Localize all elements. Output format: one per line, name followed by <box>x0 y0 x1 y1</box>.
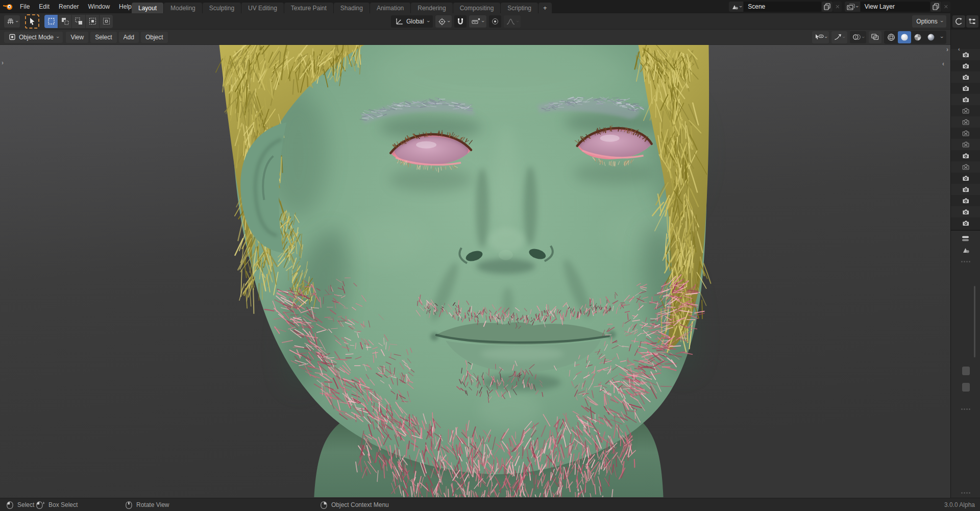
chevron-down-icon: › <box>425 20 430 22</box>
shading-material-button[interactable] <box>911 31 924 43</box>
rendered-sphere-icon <box>927 33 935 41</box>
panel-grip[interactable] <box>951 261 980 262</box>
properties-tab-icon[interactable] <box>962 367 970 375</box>
hint-rotate-view: Rotate View <box>125 498 169 511</box>
3d-viewport[interactable]: › › ‹ <box>0 45 950 498</box>
toolbar-region-toggle[interactable]: › <box>2 59 4 66</box>
snap-settings-dropdown[interactable]: › <box>469 15 486 28</box>
workspace-tab-modeling[interactable]: Modeling <box>164 3 202 13</box>
pivot-point-dropdown[interactable]: › <box>435 15 452 28</box>
camera-icon <box>962 186 970 193</box>
shading-rendered-button[interactable] <box>924 31 938 43</box>
gizmos-dropdown[interactable]: › <box>831 31 847 43</box>
render-visibility-off[interactable] <box>951 161 980 173</box>
render-visibility-off[interactable] <box>951 105 980 116</box>
render-visibility-off[interactable] <box>951 139 980 150</box>
scene-browse-button[interactable]: › <box>729 2 743 12</box>
workspace-tab-sculpting[interactable]: Sculpting <box>203 3 241 13</box>
render-visibility-on[interactable] <box>951 206 980 217</box>
remove-view-layer-button[interactable]: ✕ <box>942 2 950 12</box>
workspace-tab-animation[interactable]: Animation <box>370 3 410 13</box>
view-layer-browse-button[interactable]: › <box>845 2 860 12</box>
overlays-dropdown[interactable]: › <box>850 31 866 43</box>
active-tool-select-box-button[interactable] <box>25 14 39 29</box>
viewport-menu-add[interactable]: Add <box>119 32 139 43</box>
shading-solid-button[interactable] <box>898 31 911 43</box>
shading-options-dropdown[interactable]: › <box>938 31 946 43</box>
viewport-menu-view[interactable]: View <box>66 32 88 43</box>
scene-name-field[interactable]: Scene <box>744 2 821 12</box>
workspace-tab-layout[interactable]: Layout <box>132 3 163 13</box>
snap-toggle-button[interactable] <box>454 15 467 28</box>
workspace-tab-uv-editing[interactable]: UV Editing <box>241 3 284 13</box>
new-scene-button[interactable] <box>822 2 832 12</box>
render-visibility-off[interactable] <box>951 128 980 139</box>
topbar-right: › Scene ✕ › <box>729 0 950 13</box>
workspace-tab-texture-paint[interactable]: Texture Paint <box>284 3 333 13</box>
duplicate-icon <box>933 3 939 10</box>
viewport-menu-select[interactable]: Select <box>90 32 116 43</box>
region-corner-toggle[interactable]: › <box>946 46 948 53</box>
selectability-dropdown[interactable]: › <box>812 31 829 43</box>
xray-toggle[interactable] <box>869 31 881 43</box>
transform-orientation-dropdown[interactable]: Global › <box>391 15 433 28</box>
wireframe-sphere-icon <box>887 33 895 41</box>
mode-dropdown[interactable]: Object Mode › <box>4 32 63 43</box>
options-dropdown[interactable]: Options › <box>912 15 946 28</box>
panel-grip[interactable] <box>951 492 980 494</box>
menu-render[interactable]: Render <box>54 0 83 13</box>
blender-logo-icon[interactable] <box>0 0 15 13</box>
camera-icon <box>962 208 970 215</box>
menu-file[interactable]: File <box>15 0 34 13</box>
scene-properties-tab[interactable] <box>951 247 980 254</box>
select-mode-intersect-button[interactable] <box>100 15 113 28</box>
select-mode-subtract-button[interactable] <box>72 15 85 28</box>
render-visibility-on[interactable] <box>951 94 980 105</box>
statusbar: SelectBox SelectRotate ViewObject Contex… <box>0 498 980 511</box>
panel-grip[interactable] <box>951 408 980 410</box>
render-visibility-on[interactable] <box>951 60 980 71</box>
menu-edit[interactable]: Edit <box>34 0 54 13</box>
editor-type-button[interactable]: › <box>4 15 20 28</box>
proportional-falloff-dropdown[interactable]: › <box>504 15 521 28</box>
add-workspace-button[interactable]: + <box>538 3 552 13</box>
sidebar-toggle[interactable]: ‹ <box>942 60 944 67</box>
workspace-tabs: LayoutModelingSculptingUV EditingTexture… <box>132 0 552 13</box>
select-mode-set-button[interactable] <box>44 15 58 28</box>
workspace-tab-rendering[interactable]: Rendering <box>411 3 452 13</box>
outliner-display-mode-button[interactable] <box>952 15 965 28</box>
render-visibility-on[interactable] <box>951 150 980 161</box>
select-mode-extend-button[interactable] <box>58 15 71 28</box>
menu-window[interactable]: Window <box>83 0 114 13</box>
render-visibility-on[interactable] <box>951 195 980 206</box>
cursor-eye-icon <box>815 34 824 40</box>
select-extend-icon <box>61 17 69 25</box>
render-visibility-off[interactable] <box>951 116 980 128</box>
view-layer-name-field[interactable]: View Layer <box>861 2 930 12</box>
workspace-tab-compositing[interactable]: Compositing <box>453 3 501 13</box>
select-mode-invert-button[interactable] <box>86 15 99 28</box>
blender-logo-glyph <box>3 3 13 11</box>
properties-tab-icon[interactable] <box>962 383 970 392</box>
workspace-tab-scripting[interactable]: Scripting <box>501 3 538 13</box>
shading-wireframe-button[interactable] <box>885 31 898 43</box>
viewport-canvas[interactable] <box>0 45 950 497</box>
workspace-tab-shading[interactable]: Shading <box>334 3 370 13</box>
proportional-editing-toggle[interactable] <box>489 15 501 28</box>
viewport-menu-object[interactable]: Object <box>141 32 168 43</box>
properties-editor-icon[interactable] <box>951 235 980 242</box>
camera-icon <box>962 197 970 204</box>
unlink-scene-button[interactable]: ✕ <box>833 2 842 12</box>
render-visibility-on[interactable] <box>951 83 980 94</box>
scrollbar[interactable] <box>974 286 975 357</box>
render-visibility-on[interactable] <box>951 217 980 229</box>
outliner-filter-button[interactable] <box>966 15 979 28</box>
render-visibility-on[interactable] <box>951 49 980 60</box>
duplicate-icon <box>824 3 830 10</box>
camera-icon <box>962 96 970 103</box>
new-view-layer-button[interactable] <box>930 2 941 12</box>
render-visibility-on[interactable] <box>951 173 980 184</box>
render-visibility-on[interactable] <box>951 184 980 195</box>
render-visibility-on[interactable] <box>951 71 980 83</box>
hint-label: Object Context Menu <box>331 501 389 508</box>
